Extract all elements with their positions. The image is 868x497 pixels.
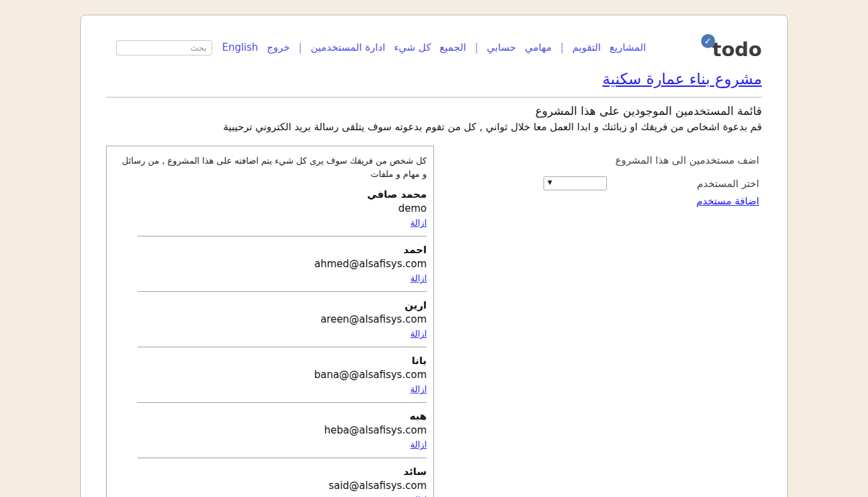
todo-logo: ✓ todo bbox=[701, 36, 762, 59]
nav-item-user-management[interactable]: ادارة المستخدمين bbox=[310, 41, 385, 53]
nav-separator: | bbox=[298, 41, 302, 53]
panels-container: اضف مستخدمين الى هذا المشروع اختر المستخ… bbox=[106, 146, 762, 497]
content-card: ✓ todo المشاريع التقويم | مهامي حسابي | … bbox=[80, 15, 788, 497]
user-email: areen@alsafisys.com bbox=[114, 313, 427, 327]
users-list-panel: كل شخص من فريقك سوف يرى كل شيء يتم اضافت… bbox=[106, 146, 434, 497]
top-header: ✓ todo المشاريع التقويم | مهامي حسابي | … bbox=[106, 35, 762, 59]
user-email: heba@alsafisys.com bbox=[114, 424, 427, 438]
user-name: سائد bbox=[114, 465, 427, 479]
add-user-link[interactable]: اضافة مستخدم bbox=[696, 195, 759, 207]
page-heading: قائمة المستخدمين الموجودين على هذا المشر… bbox=[106, 104, 762, 118]
user-name: بانا bbox=[114, 354, 427, 368]
list-item: سائد said@alsafisys.com ازالة bbox=[107, 458, 433, 497]
user-email: ahmed@alsafisys.com bbox=[114, 257, 427, 271]
nav-separator: | bbox=[475, 41, 478, 53]
page-subheading: قم بدعوة اشخاص من فريقك او زبائنك و ابدا… bbox=[106, 121, 762, 133]
nav-separator: | bbox=[560, 41, 564, 53]
select-user-label: اختر المستخدم bbox=[607, 178, 759, 190]
logo-text: todo bbox=[712, 40, 762, 59]
nav-item-everyone[interactable]: الجميع bbox=[439, 41, 466, 53]
user-email: bana@@alsafisys.com bbox=[114, 368, 427, 382]
user-email: said@alsafisys.com bbox=[114, 479, 427, 493]
remove-user-link[interactable]: ازالة bbox=[411, 384, 427, 394]
main-nav: المشاريع التقويم | مهامي حسابي | الجميع … bbox=[222, 41, 646, 53]
list-item: ارين areen@alsafisys.com ازالة bbox=[107, 292, 433, 347]
user-name: محمد صافي bbox=[114, 188, 427, 202]
remove-user-link[interactable]: ازالة bbox=[411, 273, 427, 283]
nav-item-projects[interactable]: المشاريع bbox=[610, 41, 646, 53]
add-users-panel: اضف مستخدمين الى هذا المشروع اختر المستخ… bbox=[434, 146, 762, 207]
remove-user-link[interactable]: ازالة bbox=[411, 329, 427, 339]
project-title-link[interactable]: مشروع بناء عمارة سكنية bbox=[602, 70, 762, 88]
nav-item-my-tasks[interactable]: مهامي bbox=[525, 41, 552, 53]
list-item: احمد ahmed@alsafisys.com ازالة bbox=[107, 236, 433, 291]
user-select-dropdown[interactable] bbox=[544, 176, 607, 190]
search-input[interactable] bbox=[116, 40, 212, 55]
header-divider bbox=[106, 97, 762, 98]
list-item: بانا bana@@alsafisys.com ازالة bbox=[107, 347, 433, 402]
nav-item-everything[interactable]: كل شيء bbox=[394, 41, 431, 53]
remove-user-link[interactable]: ازالة bbox=[411, 218, 427, 228]
user-name: هبه bbox=[114, 409, 427, 424]
user-name: ارين bbox=[114, 299, 427, 313]
nav-item-calendar[interactable]: التقويم bbox=[572, 41, 601, 53]
remove-user-link[interactable]: ازالة bbox=[411, 440, 427, 450]
nav-item-my-account[interactable]: حسابي bbox=[487, 41, 516, 53]
user-select-wrap: ▼ bbox=[544, 176, 607, 190]
nav-item-logout[interactable]: خروج bbox=[267, 41, 290, 53]
checkmark-icon: ✓ bbox=[701, 34, 715, 48]
list-item: محمد صافي demo ازالة bbox=[107, 181, 433, 236]
add-users-heading: اضف مستخدمين الى هذا المشروع bbox=[447, 154, 759, 166]
users-panel-description: كل شخص من فريقك سوف يرى كل شيء يتم اضافت… bbox=[107, 146, 433, 181]
nav-item-english[interactable]: English bbox=[222, 41, 258, 53]
select-user-row: اختر المستخدم ▼ bbox=[447, 176, 759, 190]
user-email: demo bbox=[114, 202, 427, 216]
page-background: { "page": { "background": "#f5ece2" }, "… bbox=[0, 0, 868, 497]
user-name: احمد bbox=[114, 243, 427, 257]
list-item: هبه heba@alsafisys.com ازالة bbox=[107, 403, 433, 458]
